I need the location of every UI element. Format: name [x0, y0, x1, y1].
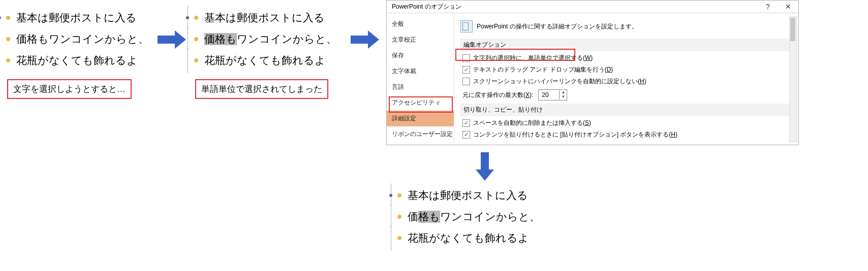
bullet-icon — [397, 215, 401, 219]
arrow-right-icon — [351, 30, 381, 49]
bullet-icon — [6, 58, 10, 62]
scrollbar-thumb[interactable] — [790, 18, 795, 41]
opt-screenshot-hyperlink[interactable]: スクリーンショットにハイパーリンクを自動的に設定しない(H) — [460, 76, 792, 87]
nav-qat[interactable]: クイック アクセス ツール バー — [387, 142, 454, 145]
intro-text: PowerPoint の操作に関する詳細オプションを設定します。 — [477, 22, 638, 31]
guide-line — [391, 184, 391, 208]
list-item: 基本は郵便ポストに入る — [192, 7, 339, 28]
list-item: 花瓶がなくても飾れるよ — [395, 227, 553, 249]
list-item: 基本は郵便ポストに入る — [4, 7, 151, 28]
bullet-icon — [397, 193, 401, 197]
content-intro: PowerPoint の操作に関する詳細オプションを設定します。 — [460, 20, 792, 32]
opt-word-select[interactable]: 文字列の選択時に、単語単位で選択する(W) — [460, 52, 792, 64]
bullet-text: 基本は郵便ポストに入る — [204, 11, 325, 25]
nav-proofing[interactable]: 文章校正 — [387, 32, 454, 48]
undo-label: 元に戻す操作の最大数(X): — [462, 91, 533, 99]
arrow-right-icon — [158, 30, 188, 49]
nav-language[interactable]: 言語 — [387, 79, 454, 95]
nav-typography[interactable]: 文字体裁 — [387, 63, 454, 79]
bullet-icon — [397, 236, 401, 240]
slide-fragment-after: 基本は郵便ポストに入る 価格もワンコインからと、 花瓶がなくても飾れるよ — [395, 185, 553, 249]
opt-drag-drop[interactable]: ✓ テキストのドラッグ アンド ドロップ編集を行う(D) — [460, 64, 792, 76]
close-button[interactable]: ✕ — [778, 1, 798, 13]
nav-general[interactable]: 全般 — [387, 16, 454, 32]
opt-label: スクリーンショットにハイパーリンクを自動的に設定しない(H) — [473, 77, 646, 86]
group-paste-header: 切り取り、コピー、貼り付け — [460, 104, 792, 116]
list-item: 基本は郵便ポストに入る — [395, 185, 553, 206]
bullet-text: 基本は郵便ポストに入る — [16, 11, 137, 25]
checkbox-icon[interactable]: ✓ — [462, 66, 470, 74]
undo-max-row: 元に戻す操作の最大数(X): 20 ▲▼ — [460, 87, 792, 103]
opt-label: 文字列の選択時に、単語単位で選択する(W) — [473, 54, 593, 62]
caption-before: 文字を選択しようとすると… — [7, 79, 132, 99]
page-icon — [460, 20, 473, 32]
nav-advanced[interactable]: 詳細設定 — [387, 111, 454, 126]
options-content: PowerPoint の操作に関する詳細オプションを設定します。 編集オプション… — [454, 13, 798, 145]
selected-text: 格も — [418, 211, 440, 223]
bullet-text: 花瓶がなくても飾れるよ — [408, 231, 529, 245]
spinner-buttons[interactable]: ▲▼ — [559, 90, 567, 99]
dialog-titlebar: PowerPoint のオプション ? ✕ — [387, 1, 798, 13]
bullet-icon — [6, 16, 10, 20]
scrollbar[interactable] — [789, 16, 797, 142]
checkbox-icon[interactable]: ✓ — [462, 131, 470, 139]
opt-auto-space[interactable]: ✓ スペースを自動的に削除または挿入する(S) — [460, 117, 792, 129]
list-item: 価格もワンコインからと、 — [395, 206, 553, 227]
checkbox-icon[interactable] — [462, 78, 470, 85]
list-item: 花瓶がなくても飾れるよ — [4, 50, 151, 71]
help-button[interactable]: ? — [758, 1, 778, 13]
guide-line — [391, 205, 391, 229]
slide-fragment-before: 基本は郵便ポストに入る 価格もワンコインからと、 花瓶がなくても飾れるよ — [4, 7, 151, 71]
bullet-text: 価格もワンコインからと、 — [204, 32, 337, 46]
list-item: 価格もワンコインからと、 — [4, 28, 151, 50]
rest-text: ワンコインからと、 — [237, 33, 337, 45]
opt-label: コンテンツを貼り付けるときに [貼り付けオプション] ボタンを表示する(H) — [473, 130, 677, 139]
caption-wordselect: 単語単位で選択されてしまった — [195, 79, 328, 99]
checkbox-icon[interactable] — [462, 54, 470, 62]
bullet-text: 基本は郵便ポストに入る — [408, 188, 528, 202]
selected-text: 価格も — [204, 33, 237, 45]
undo-value[interactable]: 20 — [539, 91, 559, 98]
bullet-text: 花瓶がなくても飾れるよ — [204, 53, 326, 67]
bullet-icon — [194, 37, 198, 41]
list-item: 花瓶がなくても飾れるよ — [192, 50, 339, 71]
dialog-title: PowerPoint のオプション — [387, 3, 758, 11]
slide-fragment-wordselect: 基本は郵便ポストに入る 価格もワンコインからと、 花瓶がなくても飾れるよ — [192, 7, 339, 71]
dialog-body: 全般 文章校正 保存 文字体裁 言語 アクセシビリティ 詳細設定 リボンのユーザ… — [387, 13, 798, 145]
opt-label: テキストのドラッグ アンド ドロップ編集を行う(D) — [473, 65, 613, 74]
guide-line — [188, 6, 188, 30]
nav-ribbon[interactable]: リボンのユーザー設定 — [387, 126, 454, 142]
opt-label: スペースを自動的に削除または挿入する(S) — [473, 119, 591, 127]
nav-save[interactable]: 保存 — [387, 48, 454, 63]
list-item: 価格もワンコインからと、 — [192, 28, 339, 50]
guide-line — [391, 226, 391, 251]
checkbox-icon[interactable]: ✓ — [462, 119, 470, 127]
active-marker — [0, 16, 1, 19]
options-nav: 全般 文章校正 保存 文字体裁 言語 アクセシビリティ 詳細設定 リボンのユーザ… — [387, 13, 454, 145]
undo-max-spinner[interactable]: 20 ▲▼ — [538, 89, 567, 100]
bullet-text: 花瓶がなくても飾れるよ — [16, 53, 138, 67]
bullet-text: 価格もワンコインからと、 — [16, 32, 149, 46]
arrow-down-icon — [476, 152, 494, 183]
bullet-icon — [194, 16, 198, 20]
guide-line — [188, 49, 188, 73]
options-dialog: PowerPoint のオプション ? ✕ 全般 文章校正 保存 文字体裁 言語… — [386, 0, 799, 145]
bullet-text: 価格もワンコインからと、 — [408, 210, 540, 224]
guide-line — [188, 27, 188, 52]
opt-paste-options[interactable]: ✓ コンテンツを貼り付けるときに [貼り付けオプション] ボタンを表示する(H) — [460, 129, 792, 141]
bullet-icon — [194, 58, 198, 62]
bullet-icon — [6, 37, 10, 41]
nav-accessibility[interactable]: アクセシビリティ — [387, 95, 454, 111]
group-edit-header: 編集オプション — [460, 39, 792, 51]
spin-down-icon[interactable]: ▼ — [560, 95, 567, 99]
